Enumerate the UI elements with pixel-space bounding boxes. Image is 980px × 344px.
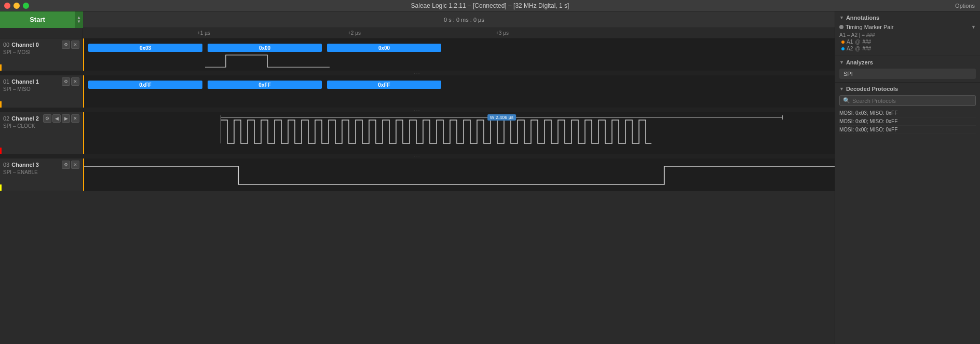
maximize-button[interactable] (23, 3, 29, 9)
timing-marker-dot (839, 25, 843, 29)
empty-space (0, 191, 835, 344)
timing-marker-left: Timing Marker Pair (839, 24, 894, 30)
ruler-mark-1us: +1 µs (197, 30, 210, 36)
proto-bar-0-0: 0x03 (88, 44, 202, 52)
proto-bar-0-2: 0x00 (327, 44, 441, 52)
start-btn-container: Start ▲ ▼ (0, 11, 83, 28)
channel-name-0: Channel 0 (11, 42, 62, 48)
proto-bar-1-0: 0xFF (88, 81, 202, 89)
a1-value: ### (862, 39, 871, 45)
channel-num-2: 02 (3, 115, 9, 122)
channel-vert-line-2 (83, 112, 84, 154)
a1a2-formula: A1 – A2 | = ### (839, 32, 875, 38)
channel-name-3: Channel 3 (11, 162, 62, 168)
timeline-ruler: +1 µs +2 µs +3 µs (83, 28, 835, 38)
a1-label: A1 (847, 39, 853, 45)
search-box[interactable]: 🔍 (839, 95, 976, 106)
channel-close-2[interactable]: ✕ (71, 114, 79, 123)
a2-marker-row: A2 @ ### (839, 46, 976, 51)
channel-content-0[interactable]: 0x03 0x00 0x00 (83, 38, 835, 71)
search-icon: 🔍 (843, 97, 850, 104)
channel-num-3: 03 (3, 162, 9, 168)
width-label: W 2.406 µs (487, 114, 516, 121)
channel-content-1[interactable]: 0xFF 0xFF 0xFF (83, 75, 835, 108)
channel-num-1: 01 (3, 78, 9, 85)
search-protocols-input[interactable] (852, 98, 972, 104)
channel-label-3: 03 Channel 3 ⚙ ✕ SPI – ENABLE (0, 158, 83, 191)
channel-controls-1: ⚙ ✕ (62, 77, 79, 86)
close-button[interactable] (4, 3, 10, 9)
channel-settings-0[interactable]: ⚙ (62, 41, 70, 49)
proto-bar-0-1: 0x00 (208, 44, 322, 52)
decoded-protocols-section: ▼ Decoded Protocols 🔍 MOSI: 0x03; MISO: … (835, 83, 980, 344)
ruler-mark-3us: +3 µs (496, 30, 509, 36)
annotations-label: Annotations (846, 15, 879, 21)
a1-marker-row: A1 @ ### (839, 39, 976, 45)
decoded-entry-2: MOSI: 0x00; MISO: 0xFF (839, 126, 976, 134)
a1-at: @ (855, 39, 860, 45)
channel-settings-3[interactable]: ⚙ (62, 161, 70, 169)
channel-close-1[interactable]: ✕ (71, 77, 79, 86)
a2-at: @ (855, 46, 860, 51)
drag-handle-0[interactable]: ··· (0, 71, 835, 75)
a1a2-row: A1 – A2 | = ### (839, 32, 976, 38)
channel-label-0: 00 Channel 0 ⚙ ✕ SPI – MOSI (0, 38, 83, 71)
channel-indicator-1 (0, 101, 2, 108)
time-display: 0 s : 0 ms : 0 µs (83, 17, 835, 23)
channel-name-2: Channel 2 (11, 115, 43, 122)
channel-label-2: 02 Channel 2 ⚙ ◀ ▶ ✕ SPI – CLOCK (0, 112, 83, 154)
channel-vert-line-0 (83, 38, 84, 71)
channel-content-2[interactable]: W 2.406 µs (83, 112, 835, 154)
proto-bar-1-1: 0xFF (208, 81, 322, 89)
channel-settings-1[interactable]: ⚙ (62, 77, 70, 86)
channel-close-3[interactable]: ✕ (71, 161, 79, 169)
timing-marker-label: Timing Marker Pair (846, 24, 894, 30)
decoded-protocols-label: Decoded Protocols (846, 86, 898, 92)
a2-value: ### (862, 46, 871, 51)
channel-num-0: 00 (3, 42, 9, 48)
start-button[interactable]: Start (0, 11, 75, 28)
drag-handle-1[interactable]: ··· (0, 108, 835, 112)
channel-next-2[interactable]: ▶ (62, 114, 70, 123)
annotations-arrow-icon: ▼ (839, 15, 844, 20)
analyzers-arrow-icon: ▼ (839, 60, 844, 65)
right-panel: ▼ Annotations Timing Marker Pair ▼ A1 – … (835, 11, 980, 344)
channel-sub-3: SPI – ENABLE (3, 169, 79, 175)
a2-dot-icon (841, 47, 845, 50)
annotations-section: ▼ Annotations Timing Marker Pair ▼ A1 – … (835, 11, 980, 56)
channel-indicator-0 (0, 64, 2, 71)
minimize-button[interactable] (13, 3, 20, 9)
window-title: Saleae Logic 1.2.11 – [Connected] – [32 … (411, 2, 569, 9)
drag-handle-2[interactable]: ··· (0, 154, 835, 158)
channel-sub-1: SPI – MISO (3, 86, 79, 92)
channel-name-1: Channel 1 (11, 78, 62, 85)
channel-vert-line-3 (83, 158, 84, 191)
channel-sub-0: SPI – MOSI (3, 49, 79, 55)
enable-signal (83, 161, 835, 190)
channel-indicator-2 (0, 148, 2, 154)
decoded-protocols-header: ▼ Decoded Protocols (839, 86, 976, 92)
channel-vert-line-1 (83, 75, 84, 108)
options-button[interactable]: Options (955, 3, 975, 9)
channel-row-0: 00 Channel 0 ⚙ ✕ SPI – MOSI 0x03 0x00 0x… (0, 38, 835, 71)
channel-controls-2: ⚙ ◀ ▶ ✕ (43, 114, 79, 123)
analyzers-section: ▼ Analyzers SPI (835, 56, 980, 83)
a1-dot-icon (841, 41, 845, 44)
timing-marker-chevron-icon[interactable]: ▼ (971, 24, 976, 30)
channel-close-0[interactable]: ✕ (71, 41, 79, 49)
analyzers-header: ▼ Analyzers (839, 59, 976, 65)
channels-list: 00 Channel 0 ⚙ ✕ SPI – MOSI 0x03 0x00 0x… (0, 38, 835, 191)
titlebar: Saleae Logic 1.2.11 – [Connected] – [32 … (0, 0, 980, 11)
mosi-signal (205, 53, 330, 71)
proto-bar-1-2: 0xFF (327, 81, 441, 89)
channel-prev-2[interactable]: ◀ (52, 114, 61, 123)
start-dropdown-arrow[interactable]: ▲ ▼ (75, 11, 83, 28)
width-right-end (782, 115, 783, 120)
main-layout: Start ▲ ▼ 0 s : 0 ms : 0 µs +1 µs +2 µs … (0, 11, 980, 344)
ruler-left-spacer (0, 28, 83, 38)
width-left-end (221, 115, 221, 120)
analyzers-label: Analyzers (846, 59, 873, 65)
spi-analyzer-item[interactable]: SPI (839, 69, 976, 79)
channel-content-3[interactable] (83, 158, 835, 191)
channel-settings-2[interactable]: ⚙ (43, 114, 51, 123)
